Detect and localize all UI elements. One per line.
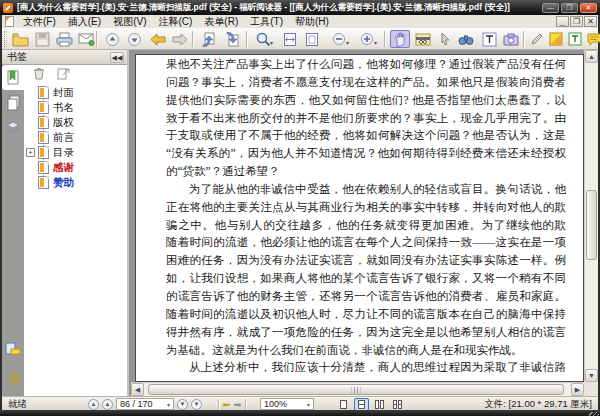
bookmark-item[interactable]: 赞助 — [24, 175, 127, 190]
bookmark-label: 赞助 — [53, 176, 74, 190]
fit-page-button[interactable] — [302, 30, 322, 48]
toolbar-grip[interactable] — [4, 31, 7, 47]
expander-icon[interactable]: + — [26, 148, 35, 157]
previous-view-button[interactable] — [102, 30, 122, 48]
title-bar: [商人为什么需要哲学].(美).安·兰德.清晰扫描版.pdf (安全) - 福昕… — [0, 0, 600, 15]
window-title: [商人为什么需要哲学].(美).安·兰德.清晰扫描版.pdf (安全) - 福昕… — [17, 2, 542, 14]
hand-tool-button[interactable] — [390, 30, 410, 48]
first-page-button[interactable]: ▲ — [88, 399, 99, 410]
horizontal-scrollbar[interactable]: ◀ ▶ — [131, 382, 584, 396]
save-button[interactable] — [32, 30, 52, 48]
layout-continuous-facing-button[interactable] — [390, 398, 405, 411]
window-bottom-frame — [0, 410, 600, 416]
menu-help[interactable]: 帮助(H) — [289, 15, 335, 28]
page-down-button[interactable] — [222, 30, 242, 48]
delete-bookmark-icon[interactable] — [33, 67, 45, 80]
text-line: 提供他们实际需要的东西，他又如何留住他们? 他是否指望他们太愚蠢了，以 — [166, 92, 566, 110]
next-view-button[interactable] — [124, 30, 144, 48]
tab-pages[interactable] — [2, 90, 24, 115]
find-button[interactable] — [456, 30, 476, 48]
marquee-zoom-button[interactable] — [413, 30, 433, 48]
menu-view[interactable]: 视图(V) — [107, 15, 152, 28]
expand-bookmarks-icon[interactable] — [57, 67, 70, 80]
resize-grip[interactable] — [589, 412, 599, 416]
menu-tools[interactable]: 工具(T) — [244, 15, 289, 28]
dropdown-caret-icon[interactable]: ▾ — [163, 401, 170, 408]
tab-attachments[interactable] — [2, 365, 24, 390]
bookmark-item[interactable]: 感谢 — [24, 160, 127, 175]
dropdown-caret-icon[interactable]: ▾ — [303, 401, 310, 408]
menu-insert[interactable]: 插入(E) — [62, 15, 107, 28]
tab-comments[interactable] — [2, 337, 24, 362]
scroll-right-button[interactable]: ▶ — [571, 383, 584, 396]
pdf-page[interactable]: 果他不关注产品事实上出了什么问题，他将如何修理？通过假装产品没有任何问题？事实上… — [135, 54, 584, 382]
bookmark-label: 书名 — [53, 101, 74, 115]
layout-continuous-button[interactable] — [354, 398, 369, 411]
layout-single-page-button[interactable] — [336, 398, 351, 411]
minimize-button[interactable]: — — [542, 3, 559, 13]
typewriter-tool-button[interactable] — [565, 30, 585, 48]
next-view-status-button[interactable]: ➡ — [233, 399, 241, 410]
note-tool-button[interactable] — [584, 30, 600, 48]
restore-button[interactable]: ❐ — [561, 3, 578, 13]
bookmark-page-icon — [38, 146, 49, 159]
mdi-minimize-button[interactable]: _ — [556, 16, 569, 27]
menu-file[interactable]: 文件(F) — [17, 15, 62, 28]
tab-bookmarks[interactable] — [2, 65, 24, 90]
bookmark-item[interactable]: 封面 — [24, 85, 127, 100]
last-page-button[interactable]: ▼ — [191, 399, 202, 410]
document-icon[interactable] — [5, 16, 14, 27]
mdi-close-button[interactable]: ✕ — [584, 16, 597, 27]
bookmark-item[interactable]: 版权 — [24, 115, 127, 130]
select-annotation-button[interactable] — [435, 30, 455, 48]
next-page-button[interactable]: ▼ — [177, 399, 188, 410]
print-button[interactable] — [54, 30, 74, 48]
bookmark-item[interactable]: +目录 — [24, 145, 127, 160]
page-number-box[interactable]: 86 / 170 ▾ — [116, 398, 174, 410]
fit-width-button[interactable] — [280, 30, 300, 48]
magnifier-icon — [256, 32, 271, 47]
vertical-scrollbar[interactable]: ▲ ▼ — [584, 50, 598, 382]
zoom-in-icon — [360, 32, 374, 46]
zoom-out-button[interactable]: ▾ — [326, 30, 352, 48]
vertical-scroll-thumb[interactable] — [586, 190, 597, 260]
dropdown-caret-icon[interactable]: ▾ — [346, 39, 349, 46]
close-button[interactable]: ✕ — [580, 3, 597, 13]
page-up-icon — [200, 32, 216, 47]
bookmark-item[interactable]: 书名 — [24, 100, 127, 115]
menu-form[interactable]: 表单(R) — [198, 15, 244, 28]
sidebar-tab-strip — [2, 65, 24, 396]
text-line: 从上述分析中，我们应该十分清楚，商人的思维过程因为采取了非诚信路 — [166, 359, 566, 377]
scroll-up-button[interactable]: ▲ — [585, 50, 598, 63]
tab-layers[interactable] — [2, 115, 24, 140]
pencil-tool-button[interactable] — [527, 30, 547, 48]
highlight-tool-button[interactable] — [546, 30, 566, 48]
collapse-sidebar-button[interactable]: ◀◀ — [110, 52, 124, 63]
text-line: 果他不关注产品事实上出了什么问题，他将如何修理？通过假装产品没有任何 — [166, 56, 566, 74]
email-button[interactable] — [76, 30, 96, 48]
horizontal-scroll-thumb[interactable] — [148, 384, 564, 395]
zoom-tool-button[interactable]: ▾ — [250, 30, 276, 48]
dropdown-caret-icon[interactable]: ▾ — [374, 39, 377, 46]
open-button[interactable] — [10, 30, 30, 48]
select-text-button[interactable] — [479, 30, 499, 48]
menu-comment[interactable]: 注释(C) — [152, 15, 198, 28]
forward-button[interactable] — [170, 30, 190, 48]
previous-page-button[interactable]: ▲ — [102, 399, 113, 410]
layout-facing-button[interactable] — [372, 398, 387, 411]
dropdown-caret-icon[interactable]: ▾ — [270, 39, 273, 46]
snapshot-button[interactable] — [501, 30, 521, 48]
back-button[interactable] — [148, 30, 168, 48]
bookmark-item[interactable]: 前言 — [24, 130, 127, 145]
mdi-restore-button[interactable]: ❐ — [570, 16, 583, 27]
scroll-down-button[interactable]: ▼ — [585, 369, 598, 382]
text-line: 致于看不出来他所交付的并不是他们所要求的？事实上，现金几乎用完了。由 — [166, 110, 566, 128]
zoom-box[interactable]: 100% ▾ — [260, 398, 314, 410]
back-arrow-icon — [150, 33, 166, 46]
bookmark-label: 封面 — [53, 86, 74, 100]
previous-view-status-button[interactable]: ⬅ — [222, 399, 230, 410]
scroll-left-button[interactable]: ◀ — [131, 383, 144, 396]
zoom-in-button[interactable]: ▾ — [354, 30, 380, 48]
page-up-button[interactable] — [198, 30, 218, 48]
comments-panel-icon — [5, 342, 21, 357]
